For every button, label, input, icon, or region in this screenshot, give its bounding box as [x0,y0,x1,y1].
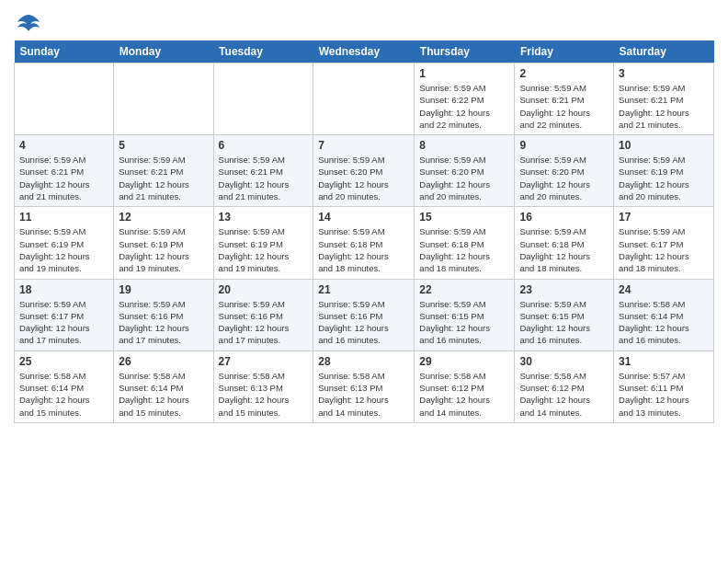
day-info: Sunrise: 5:59 AM Sunset: 6:20 PM Dayligh… [519,154,609,202]
day-number: 24 [619,283,709,296]
calendar-cell: 22Sunrise: 5:59 AM Sunset: 6:15 PM Dayli… [415,279,515,350]
calendar-table: SundayMondayTuesdayWednesdayThursdayFrid… [14,40,714,423]
day-number: 21 [318,283,409,296]
day-info: Sunrise: 5:58 AM Sunset: 6:12 PM Dayligh… [519,370,609,419]
calendar-cell: 27Sunrise: 5:58 AM Sunset: 6:13 PM Dayli… [213,350,313,422]
day-info: Sunrise: 5:59 AM Sunset: 6:17 PM Dayligh… [19,298,108,347]
day-number: 9 [519,139,609,152]
day-number: 26 [119,355,208,368]
day-number: 12 [119,211,208,224]
day-info: Sunrise: 5:58 AM Sunset: 6:13 PM Dayligh… [219,370,309,419]
day-number: 20 [219,283,309,296]
calendar-cell: 17Sunrise: 5:59 AM Sunset: 6:17 PM Dayli… [614,207,714,279]
day-info: Sunrise: 5:59 AM Sunset: 6:19 PM Dayligh… [619,154,709,202]
calendar-cell: 15Sunrise: 5:59 AM Sunset: 6:18 PM Dayli… [415,207,515,279]
day-number: 2 [519,67,609,80]
day-number: 5 [119,139,208,152]
weekday-header-thursday: Thursday [415,40,515,63]
day-number: 30 [519,355,609,368]
day-info: Sunrise: 5:58 AM Sunset: 6:14 PM Dayligh… [619,298,709,347]
day-number: 3 [619,67,709,80]
calendar-cell: 13Sunrise: 5:59 AM Sunset: 6:19 PM Dayli… [213,207,313,279]
weekday-header-monday: Monday [114,40,213,63]
day-number: 19 [119,283,208,296]
calendar-cell: 16Sunrise: 5:59 AM Sunset: 6:18 PM Dayli… [515,207,614,279]
calendar-cell: 29Sunrise: 5:58 AM Sunset: 6:12 PM Dayli… [415,350,515,422]
logo-bird-icon [16,13,41,33]
calendar-cell: 4Sunrise: 5:59 AM Sunset: 6:21 PM Daylig… [15,135,114,207]
calendar-cell: 8Sunrise: 5:59 AM Sunset: 6:20 PM Daylig… [415,135,515,207]
day-info: Sunrise: 5:59 AM Sunset: 6:21 PM Dayligh… [119,154,208,202]
day-number: 31 [619,355,709,368]
day-number: 14 [318,211,409,224]
calendar-cell: 23Sunrise: 5:59 AM Sunset: 6:15 PM Dayli… [515,279,614,350]
day-info: Sunrise: 5:59 AM Sunset: 6:20 PM Dayligh… [318,154,409,202]
day-number: 17 [619,211,709,224]
day-number: 10 [619,139,709,152]
logo [14,13,41,33]
day-info: Sunrise: 5:59 AM Sunset: 6:16 PM Dayligh… [119,298,208,347]
calendar-cell: 3Sunrise: 5:59 AM Sunset: 6:21 PM Daylig… [614,63,714,135]
day-info: Sunrise: 5:59 AM Sunset: 6:19 PM Dayligh… [19,225,108,274]
day-number: 8 [419,139,509,152]
calendar-cell: 1Sunrise: 5:59 AM Sunset: 6:22 PM Daylig… [415,63,515,135]
weekday-header-wednesday: Wednesday [313,40,415,63]
day-info: Sunrise: 5:59 AM Sunset: 6:15 PM Dayligh… [519,298,609,347]
day-number: 25 [19,355,108,368]
day-info: Sunrise: 5:59 AM Sunset: 6:18 PM Dayligh… [519,225,609,274]
day-number: 23 [519,283,609,296]
day-info: Sunrise: 5:59 AM Sunset: 6:19 PM Dayligh… [119,225,208,274]
calendar-cell: 24Sunrise: 5:58 AM Sunset: 6:14 PM Dayli… [614,279,714,350]
calendar-cell [114,63,213,135]
calendar-cell: 6Sunrise: 5:59 AM Sunset: 6:21 PM Daylig… [213,135,313,207]
day-number: 4 [19,139,108,152]
day-info: Sunrise: 5:59 AM Sunset: 6:18 PM Dayligh… [419,225,509,274]
day-number: 16 [519,211,609,224]
week-row-1: 1Sunrise: 5:59 AM Sunset: 6:22 PM Daylig… [15,63,714,135]
day-number: 13 [219,211,309,224]
calendar-cell: 19Sunrise: 5:59 AM Sunset: 6:16 PM Dayli… [114,279,213,350]
day-info: Sunrise: 5:59 AM Sunset: 6:15 PM Dayligh… [419,298,509,347]
day-info: Sunrise: 5:58 AM Sunset: 6:12 PM Dayligh… [419,370,509,419]
weekday-header-friday: Friday [515,40,614,63]
day-info: Sunrise: 5:59 AM Sunset: 6:16 PM Dayligh… [219,298,309,347]
calendar-cell: 20Sunrise: 5:59 AM Sunset: 6:16 PM Dayli… [213,279,313,350]
day-info: Sunrise: 5:59 AM Sunset: 6:16 PM Dayligh… [318,298,409,347]
calendar-cell: 12Sunrise: 5:59 AM Sunset: 6:19 PM Dayli… [114,207,213,279]
day-number: 11 [19,211,108,224]
calendar-cell: 28Sunrise: 5:58 AM Sunset: 6:13 PM Dayli… [313,350,415,422]
page-header [14,9,714,33]
day-info: Sunrise: 5:59 AM Sunset: 6:22 PM Dayligh… [419,82,509,131]
day-number: 18 [19,283,108,296]
calendar-cell: 7Sunrise: 5:59 AM Sunset: 6:20 PM Daylig… [313,135,415,207]
calendar-cell: 11Sunrise: 5:59 AM Sunset: 6:19 PM Dayli… [15,207,114,279]
calendar-cell: 25Sunrise: 5:58 AM Sunset: 6:14 PM Dayli… [15,350,114,422]
day-number: 1 [419,67,509,80]
week-row-5: 25Sunrise: 5:58 AM Sunset: 6:14 PM Dayli… [15,350,714,422]
day-info: Sunrise: 5:59 AM Sunset: 6:21 PM Dayligh… [19,154,108,202]
week-row-4: 18Sunrise: 5:59 AM Sunset: 6:17 PM Dayli… [15,279,714,350]
calendar-cell: 21Sunrise: 5:59 AM Sunset: 6:16 PM Dayli… [313,279,415,350]
calendar-cell: 26Sunrise: 5:58 AM Sunset: 6:14 PM Dayli… [114,350,213,422]
weekday-header-saturday: Saturday [614,40,714,63]
day-number: 29 [419,355,509,368]
day-number: 15 [419,211,509,224]
calendar-cell: 30Sunrise: 5:58 AM Sunset: 6:12 PM Dayli… [515,350,614,422]
day-info: Sunrise: 5:57 AM Sunset: 6:11 PM Dayligh… [619,370,709,419]
calendar-cell: 14Sunrise: 5:59 AM Sunset: 6:18 PM Dayli… [313,207,415,279]
day-number: 27 [219,355,309,368]
week-row-2: 4Sunrise: 5:59 AM Sunset: 6:21 PM Daylig… [15,135,714,207]
calendar-cell [313,63,415,135]
calendar-cell: 31Sunrise: 5:57 AM Sunset: 6:11 PM Dayli… [614,350,714,422]
calendar-cell [213,63,313,135]
day-number: 7 [318,139,409,152]
calendar-cell: 2Sunrise: 5:59 AM Sunset: 6:21 PM Daylig… [515,63,614,135]
day-number: 6 [219,139,309,152]
calendar-cell: 5Sunrise: 5:59 AM Sunset: 6:21 PM Daylig… [114,135,213,207]
day-number: 22 [419,283,509,296]
calendar-cell: 10Sunrise: 5:59 AM Sunset: 6:19 PM Dayli… [614,135,714,207]
day-info: Sunrise: 5:58 AM Sunset: 6:14 PM Dayligh… [19,370,108,419]
weekday-header-row: SundayMondayTuesdayWednesdayThursdayFrid… [15,40,714,63]
calendar-cell [15,63,114,135]
day-info: Sunrise: 5:59 AM Sunset: 6:21 PM Dayligh… [619,82,709,131]
